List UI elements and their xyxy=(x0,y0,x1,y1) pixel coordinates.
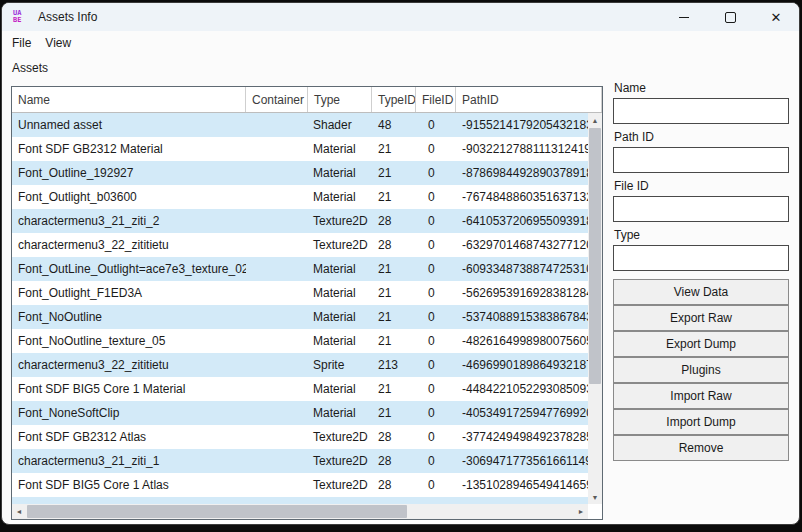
scroll-up-icon[interactable]: ▲ xyxy=(588,113,602,127)
cell-container xyxy=(246,353,308,377)
cell-pathid: -1351028946549414659 xyxy=(456,473,588,497)
close-icon: ✕ xyxy=(771,11,782,24)
cell-container xyxy=(246,425,308,449)
import-raw-button[interactable]: Import Raw xyxy=(613,383,789,409)
import-dump-button[interactable]: Import Dump xyxy=(613,409,789,435)
menu-item-file[interactable]: File xyxy=(5,33,38,53)
scroll-down-icon[interactable]: ▼ xyxy=(588,490,602,504)
cell-fileid: 0 xyxy=(416,305,456,329)
cell-name: Font_NoneSoftClip xyxy=(12,401,246,425)
table-row[interactable]: Font_NoOutline_texture_05 Material 21 0 … xyxy=(12,329,588,353)
header-cell-pathid[interactable]: PathID xyxy=(456,87,602,112)
cell-typeid: 28 xyxy=(372,449,416,473)
cell-type: Texture2D xyxy=(308,233,372,257)
export-raw-button[interactable]: Export Raw xyxy=(613,305,789,331)
fileid-input[interactable] xyxy=(613,196,789,222)
minimize-button[interactable] xyxy=(661,3,707,31)
table-row[interactable]: charactermenu3_22_zititietu Sprite 213 0… xyxy=(12,353,588,377)
cell-pathid: -8786984492890378918 xyxy=(456,161,588,185)
cell-typeid: 28 xyxy=(372,209,416,233)
cell-type: Material xyxy=(308,137,372,161)
cell-container xyxy=(246,497,308,504)
cell-pathid: -6410537206955093918 xyxy=(456,209,588,233)
cell-container xyxy=(246,473,308,497)
table-row[interactable]: Font SDF BIG5 Core 1 Atlas Texture2D 28 … xyxy=(12,473,588,497)
horizontal-scrollbar[interactable]: ◄ ► xyxy=(12,504,588,519)
table-row[interactable]: Font SDF GB2312 Atlas Texture2D 28 0 -37… xyxy=(12,425,588,449)
pathid-input[interactable] xyxy=(613,147,789,173)
cell-name: Font_Outline_192927 xyxy=(12,161,246,185)
cell-typeid: 21 xyxy=(372,305,416,329)
app-icon-text-bottom: BE xyxy=(13,17,30,24)
cell-pathid: -3774249498492378285 xyxy=(456,425,588,449)
menubar: File View xyxy=(2,31,799,55)
table-row[interactable] xyxy=(12,497,588,504)
cell-typeid: 21 xyxy=(372,185,416,209)
name-field-label: Name xyxy=(614,81,789,95)
assets-label: Assets xyxy=(12,61,48,75)
cell-type xyxy=(308,497,372,504)
cell-typeid: 28 xyxy=(372,473,416,497)
remove-button[interactable]: Remove xyxy=(613,435,789,461)
header-cell-type[interactable]: Type xyxy=(308,87,372,112)
view-data-button[interactable]: View Data xyxy=(613,279,789,305)
vertical-scrollbar[interactable]: ▲ ▼ xyxy=(588,113,602,504)
cell-fileid: 0 xyxy=(416,329,456,353)
maximize-button[interactable] xyxy=(707,3,753,31)
cell-typeid: 21 xyxy=(372,281,416,305)
cell-fileid: 0 xyxy=(416,209,456,233)
cell-container xyxy=(246,401,308,425)
table-row[interactable]: Font SDF GB2312 Material Material 21 0 -… xyxy=(12,137,588,161)
cell-pathid: -6329701468743277120 xyxy=(456,233,588,257)
fileid-field-group: File ID xyxy=(613,179,789,222)
cell-pathid: -4696990189864932187 xyxy=(456,353,588,377)
table-row[interactable]: Font_Outline_192927 Material 21 0 -87869… xyxy=(12,161,588,185)
cell-pathid: -3069471773561661149 xyxy=(456,449,588,473)
cell-fileid xyxy=(416,497,456,504)
table-row[interactable]: charactermenu3_21_ziti_2 Texture2D 28 0 … xyxy=(12,209,588,233)
close-button[interactable]: ✕ xyxy=(753,3,799,31)
table-row[interactable]: Font_NoneSoftClip Material 21 0 -4053491… xyxy=(12,401,588,425)
cell-container xyxy=(246,329,308,353)
cell-pathid: -9155214179205432183 xyxy=(456,113,588,137)
cell-pathid: -6093348738874725310 xyxy=(456,257,588,281)
table-row[interactable]: Font_Outlight_b03600 Material 21 0 -7674… xyxy=(12,185,588,209)
cell-type: Texture2D xyxy=(308,449,372,473)
table-row[interactable]: Font SDF BIG5 Core 1 Material Material 2… xyxy=(12,377,588,401)
titlebar: UA BE Assets Info ✕ xyxy=(2,3,799,31)
header-cell-typeid[interactable]: TypeID xyxy=(372,87,416,112)
cell-name: Font_NoOutline_texture_05 xyxy=(12,329,246,353)
scroll-right-icon[interactable]: ► xyxy=(574,504,588,519)
cell-fileid: 0 xyxy=(416,281,456,305)
cell-fileid: 0 xyxy=(416,137,456,161)
name-input[interactable] xyxy=(613,98,789,124)
table-row[interactable]: Font_OutLine_Outlight=ace7e3_texture_02 … xyxy=(12,257,588,281)
export-dump-button[interactable]: Export Dump xyxy=(613,331,789,357)
horizontal-scrollbar-thumb[interactable] xyxy=(27,505,407,518)
vertical-scrollbar-thumb[interactable] xyxy=(589,128,601,384)
cell-name: charactermenu3_21_ziti_1 xyxy=(12,449,246,473)
table-row[interactable]: Font_Outlight_F1ED3A Material 21 0 -5626… xyxy=(12,281,588,305)
table-row[interactable]: charactermenu3_21_ziti_1 Texture2D 28 0 … xyxy=(12,449,588,473)
menu-item-view[interactable]: View xyxy=(38,33,78,53)
scroll-left-icon[interactable]: ◄ xyxy=(12,504,26,519)
cell-pathid: -9032212788111312419 xyxy=(456,137,588,161)
cell-name: Font SDF BIG5 Core 1 Atlas xyxy=(12,473,246,497)
table-row[interactable]: Font_NoOutline Material 21 0 -5374088915… xyxy=(12,305,588,329)
cell-container xyxy=(246,161,308,185)
cell-name: Font SDF GB2312 Material xyxy=(12,137,246,161)
cell-pathid: -4053491725947769920 xyxy=(456,401,588,425)
header-cell-name[interactable]: Name xyxy=(12,87,246,112)
cell-fileid: 0 xyxy=(416,353,456,377)
cell-type: Texture2D xyxy=(308,425,372,449)
type-input[interactable] xyxy=(613,245,789,271)
cell-name: Font_Outlight_b03600 xyxy=(12,185,246,209)
cell-container xyxy=(246,449,308,473)
cell-type: Material xyxy=(308,377,372,401)
plugins-button[interactable]: Plugins xyxy=(613,357,789,383)
table-row[interactable]: Unnamed asset Shader 48 0 -9155214179205… xyxy=(12,113,588,137)
cell-type: Material xyxy=(308,281,372,305)
header-cell-fileid[interactable]: FileID xyxy=(416,87,456,112)
table-row[interactable]: charactermenu3_22_zititietu Texture2D 28… xyxy=(12,233,588,257)
header-cell-container[interactable]: Container xyxy=(246,87,308,112)
